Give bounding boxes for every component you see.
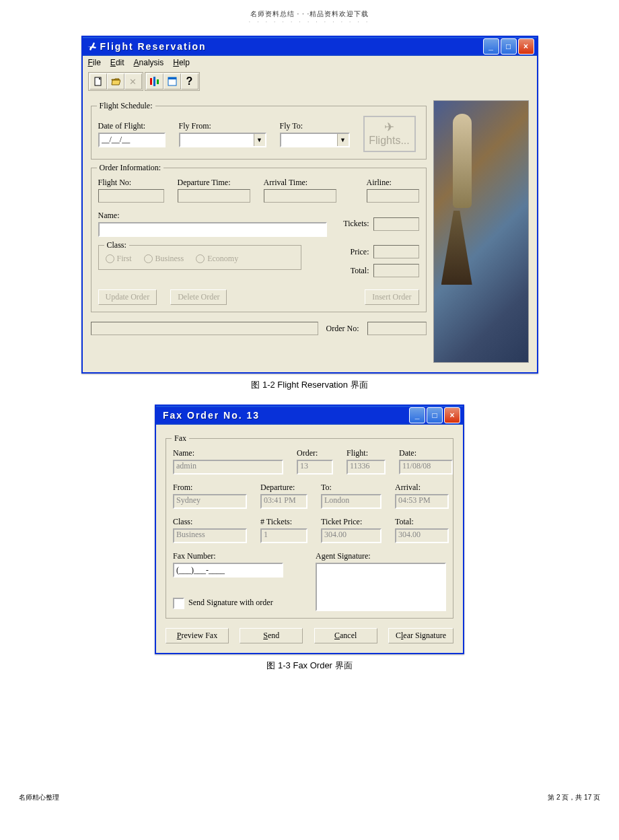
titlebar[interactable]: Fax Order No. 13 _ □ × (156, 406, 463, 425)
cancel-button[interactable]: Cancel (314, 628, 377, 643)
flights-button-label: Flights... (369, 135, 409, 147)
fax-legend: Fax (172, 433, 189, 444)
help-icon[interactable]: ? (181, 73, 198, 90)
price-field (373, 245, 419, 258)
update-order-button: Update Order (98, 289, 157, 305)
flight-schedule-group: Flight Schedule: Date of Flight: Fly Fro… (91, 106, 427, 160)
maximize-button[interactable]: □ (501, 38, 517, 55)
order-no-field (367, 322, 427, 335)
flight-field: 11336 (347, 460, 386, 475)
order-label: Order: (297, 448, 333, 458)
fly-from-label: Fly From: (179, 121, 266, 131)
tickets-field (373, 217, 419, 231)
total-field (373, 264, 419, 277)
menu-analysis[interactable]: Analysis (134, 58, 164, 67)
minimize-button[interactable]: _ (483, 38, 499, 55)
order-field: 13 (297, 460, 333, 475)
total-field: 304.00 (395, 528, 449, 543)
window-title: Flight Reservation (100, 41, 483, 52)
agent-signature-box[interactable] (316, 563, 446, 611)
chevron-down-icon: ▼ (254, 134, 265, 146)
departure-time-field (178, 189, 250, 203)
insert-order-button: Insert Order (365, 289, 418, 305)
ticket-price-field: 304.00 (321, 528, 381, 543)
caption-2: 图 1-3 Fax Order 界面 (0, 660, 619, 672)
chart-icon[interactable] (146, 73, 163, 90)
arrival-time-field (264, 189, 336, 203)
fly-to-combo[interactable]: ▼ (280, 133, 350, 147)
tickets-label: # Tickets: (260, 517, 307, 527)
date-of-flight-label: Date of Flight: (98, 121, 166, 131)
menu-file[interactable]: File (88, 58, 101, 67)
name-label: Name: (173, 448, 283, 458)
departure-time-label: Departure Time: (178, 178, 250, 188)
departure-field: 03:41 PM (260, 494, 307, 509)
from-field: Sydney (173, 494, 247, 509)
new-icon[interactable] (89, 73, 107, 90)
fax-group: Fax Name:admin Order:13 Flight:11336 Dat… (166, 438, 453, 619)
class-group: Class: First Business Economy (98, 245, 301, 270)
fax-number-label: Fax Number: (173, 551, 283, 561)
departure-label: Departure: (260, 483, 307, 493)
menu-help[interactable]: Help (173, 58, 190, 67)
price-label: Price: (351, 247, 369, 257)
menu-edit[interactable]: Edit (110, 58, 124, 67)
to-field: London (321, 494, 381, 509)
radio-economy: Economy (196, 254, 238, 264)
total-label: Total: (351, 266, 369, 276)
order-info-group: Order Information: Flight No: Departure … (91, 168, 427, 312)
to-label: To: (321, 483, 381, 493)
date-of-flight-input[interactable] (98, 133, 166, 147)
decorative-image (433, 100, 529, 363)
arrival-label: Arrival: (395, 483, 449, 493)
arrival-time-label: Arrival Time: (264, 178, 336, 188)
airline-label: Airline: (367, 178, 419, 188)
class-legend: Class: (104, 240, 129, 250)
total-label: Total: (395, 517, 449, 527)
class-label: Class: (173, 517, 247, 527)
flight-no-label: Flight No: (98, 178, 164, 188)
open-icon[interactable] (107, 73, 124, 90)
svg-rect-2 (168, 77, 176, 79)
ticket-price-label: Ticket Price: (321, 517, 381, 527)
radio-first: First (106, 254, 132, 264)
from-label: From: (173, 483, 247, 493)
flight-reservation-window: Flight Reservation _ □ × File Edit Analy… (81, 36, 538, 374)
window-title: Fax Order No. 13 (159, 410, 409, 421)
toolbar: ✕ ? (83, 69, 537, 94)
flights-button: ✈ Flights... (363, 116, 416, 152)
date-label: Date: (399, 448, 453, 458)
name-field: admin (173, 460, 283, 475)
fly-from-combo[interactable]: ▼ (179, 133, 266, 147)
clear-signature-button[interactable]: Clear Signature (388, 628, 453, 643)
date-field: 11/08/08 (399, 460, 453, 475)
titlebar[interactable]: Flight Reservation _ □ × (83, 37, 537, 56)
fax-number-input[interactable] (173, 563, 283, 578)
flight-no-field (98, 189, 164, 203)
preview-fax-button[interactable]: Preview Fax (166, 628, 229, 643)
flight-schedule-legend: Flight Schedule: (97, 101, 155, 111)
close-button[interactable]: × (518, 38, 534, 55)
maximize-button[interactable]: □ (427, 407, 443, 423)
send-signature-checkbox[interactable]: Send Signature with order (173, 598, 283, 609)
chevron-down-icon: ▼ (337, 134, 349, 146)
fly-to-label: Fly To: (280, 121, 350, 131)
class-field: Business (173, 528, 247, 543)
statusbar (91, 322, 318, 335)
arrival-field: 04:53 PM (395, 494, 449, 509)
caption-1: 图 1-2 Flight Reservation 界面 (0, 379, 619, 391)
tickets-label: Tickets: (343, 219, 369, 229)
order-info-legend: Order Information: (97, 163, 164, 173)
send-button[interactable]: Send (240, 628, 303, 643)
airplane-icon: ✈ (384, 121, 394, 133)
delete-icon: ✕ (124, 73, 142, 90)
close-button[interactable]: × (444, 407, 460, 423)
fax-order-window: Fax Order No. 13 _ □ × Fax Name:admin Or… (155, 405, 464, 654)
name-input[interactable] (98, 222, 327, 237)
page-header: 名师资料总结 · · ·精品资料欢迎下载 (0, 0, 619, 19)
minimize-button[interactable]: _ (409, 407, 425, 423)
form-icon[interactable] (163, 73, 181, 90)
agent-signature-label: Agent Signature: (316, 551, 446, 561)
radio-business: Business (144, 254, 184, 264)
delete-order-button: Delete Order (170, 289, 227, 305)
